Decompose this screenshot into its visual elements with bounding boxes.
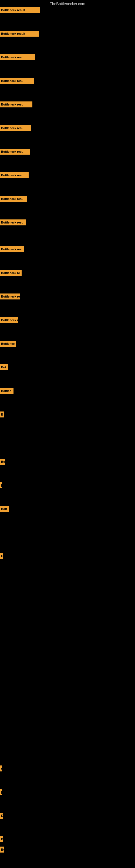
- bar-label-3: Bottleneck resu: [0, 78, 34, 84]
- bar-label-1: Bottleneck result: [0, 31, 39, 37]
- bar-label-20: |: [0, 482, 2, 488]
- bar-label-11: Bottleneck re: [0, 270, 21, 276]
- bar-row-2: Bottleneck resu: [0, 54, 135, 60]
- bar-row-11: Bottleneck re: [0, 270, 135, 276]
- bar-label-0: Bottleneck result: [0, 7, 40, 13]
- bar-label-5: Bottleneck resu: [0, 125, 31, 131]
- bar-row-7: Bottleneck resu: [0, 172, 135, 178]
- bar-label-15: Bot: [0, 364, 8, 370]
- bar-label-21: Bott: [0, 506, 9, 512]
- bar-label-4: Bottleneck resu: [0, 101, 32, 107]
- bar-label-14: Bottlenec: [0, 341, 16, 347]
- bar-label-8: Bottleneck resu: [0, 196, 27, 202]
- bar-label-16: Bottlen: [0, 388, 13, 394]
- bar-label-2: Bottleneck resu: [0, 54, 35, 60]
- bar-label-13: Bottleneck re: [0, 317, 18, 323]
- bar-label-19: Bo: [0, 459, 5, 465]
- bar-label-36: Bo: [0, 846, 4, 852]
- bar-label-32: r: [0, 766, 2, 771]
- bar-label-23: E: [0, 553, 3, 559]
- bar-row-8: Bottleneck resu: [0, 196, 135, 202]
- bar-row-20: |: [0, 482, 135, 488]
- bar-row-17: B: [0, 411, 135, 417]
- bar-row-6: Bottleneck resu: [0, 149, 135, 155]
- bar-row-13: Bottleneck re: [0, 317, 135, 323]
- bar-label-34: E: [0, 813, 3, 818]
- bar-label-6: Bottleneck resu: [0, 149, 30, 155]
- bar-row-34: E: [0, 813, 135, 818]
- bar-row-19: Bo: [0, 459, 135, 465]
- site-title: TheBottlenecker.com: [0, 0, 135, 7]
- bar-label-7: Bottleneck resu: [0, 172, 29, 178]
- bar-row-33: |: [0, 789, 135, 795]
- bar-row-3: Bottleneck resu: [0, 78, 135, 84]
- bar-label-10: Bottleneck res: [0, 246, 24, 252]
- bar-row-14: Bottlenec: [0, 341, 135, 347]
- bar-row-1: Bottleneck result: [0, 31, 135, 37]
- bar-row-9: Bottleneck resu: [0, 219, 135, 225]
- bar-row-36: Bo: [0, 846, 135, 852]
- bar-row-5: Bottleneck resu: [0, 125, 135, 131]
- bar-label-17: B: [0, 411, 4, 417]
- bar-label-9: Bottleneck resu: [0, 219, 26, 225]
- bar-label-35: B: [0, 836, 3, 842]
- bar-row-12: Bottleneck re: [0, 293, 135, 300]
- bar-row-0: Bottleneck result: [0, 7, 135, 13]
- bar-row-4: Bottleneck resu: [0, 101, 135, 107]
- bar-row-32: r: [0, 766, 135, 771]
- bar-row-23: E: [0, 553, 135, 559]
- bar-row-35: B: [0, 836, 135, 842]
- bar-label-12: Bottleneck re: [0, 293, 20, 300]
- bar-label-33: |: [0, 789, 2, 795]
- bar-row-21: Bott: [0, 506, 135, 512]
- bar-row-10: Bottleneck res: [0, 246, 135, 252]
- bar-row-15: Bot: [0, 364, 135, 370]
- bar-row-16: Bottlen: [0, 388, 135, 394]
